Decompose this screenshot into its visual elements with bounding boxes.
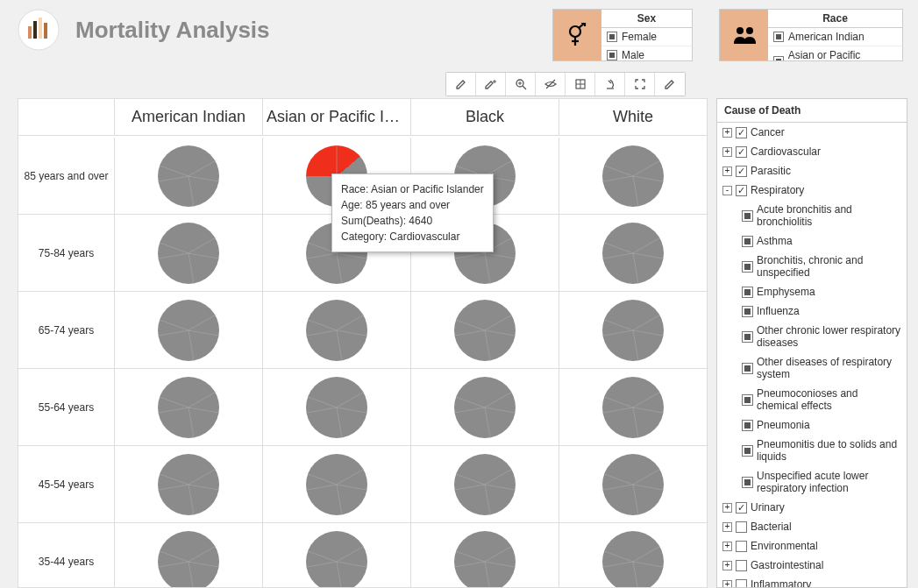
checkbox-icon — [607, 50, 617, 60]
sex-filter-panel: Sex Female Male — [552, 9, 693, 60]
sex-filter-item-male[interactable]: Male — [601, 46, 692, 60]
sex-filter-item-female[interactable]: Female — [601, 28, 692, 46]
sex-filter-title: Sex — [601, 10, 692, 28]
page-title: Mortality Analysis — [75, 17, 270, 44]
checkbox-icon — [607, 32, 617, 42]
race-filter-panel: Race American Indian Asian or Pacific Is… — [719, 9, 903, 60]
people-icon — [720, 10, 768, 60]
sex-icon — [553, 10, 601, 60]
svg-point-5 — [737, 27, 744, 34]
race-filter-item-1[interactable]: Asian or Pacific Islander — [768, 46, 902, 60]
checkbox-icon — [773, 56, 784, 60]
app-logo-icon — [18, 9, 60, 51]
checkbox-icon — [773, 32, 784, 42]
race-filter-item-0[interactable]: American Indian — [768, 28, 902, 46]
race-filter-title: Race — [768, 10, 902, 28]
svg-point-6 — [746, 27, 753, 34]
